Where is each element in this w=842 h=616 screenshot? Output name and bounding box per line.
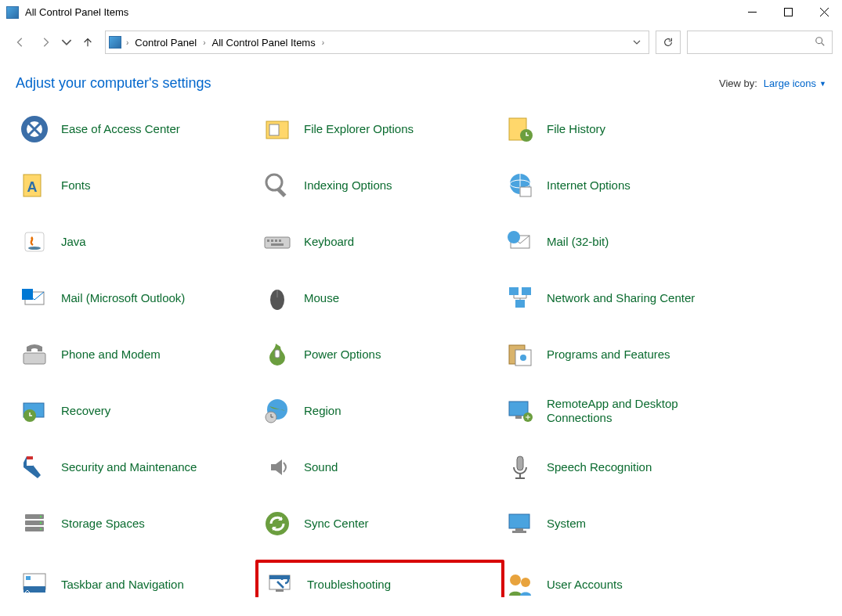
svg-point-1 xyxy=(816,37,822,43)
view-by-dropdown[interactable]: Large icons ▼ xyxy=(764,77,826,89)
back-button[interactable] xyxy=(9,31,31,53)
control-panel-item[interactable]: Ease of Access Center xyxy=(16,112,258,146)
refresh-button[interactable] xyxy=(656,31,681,54)
up-button[interactable] xyxy=(77,31,99,53)
keyboard-icon xyxy=(262,226,293,258)
control-panel-item[interactable]: Java xyxy=(16,225,258,259)
ease-access-icon xyxy=(19,113,50,145)
location-icon xyxy=(109,36,121,49)
items-scroll-area[interactable]: Ease of Access CenterFile Explorer Optio… xyxy=(16,112,826,597)
forward-button[interactable] xyxy=(34,31,56,53)
item-label: Storage Spaces xyxy=(61,517,145,531)
item-label: Phone and Modem xyxy=(61,348,161,362)
toolbar: › Control Panel › All Control Panel Item… xyxy=(0,25,842,59)
control-panel-item[interactable]: Mouse xyxy=(258,281,501,315)
item-label: Security and Maintenance xyxy=(61,460,197,474)
address-bar[interactable]: › Control Panel › All Control Panel Item… xyxy=(105,31,649,54)
control-panel-item[interactable]: Power Options xyxy=(258,337,501,372)
svg-point-35 xyxy=(520,355,526,361)
svg-point-52 xyxy=(266,512,289,535)
address-dropdown[interactable] xyxy=(628,37,645,49)
control-panel-item[interactable]: Phone and Modem xyxy=(16,337,258,372)
item-label: Indexing Options xyxy=(304,178,392,193)
control-panel-item[interactable]: Programs and Features xyxy=(501,337,744,372)
fonts-icon: A xyxy=(19,170,50,201)
indexing-icon xyxy=(262,170,293,201)
phone-modem-icon xyxy=(19,339,50,370)
window-title: All Control Panel Items xyxy=(25,6,128,18)
control-panel-item[interactable]: AFonts xyxy=(16,168,258,203)
view-by-label: View by: Large icons ▼ xyxy=(719,77,826,89)
svg-rect-20 xyxy=(275,240,277,242)
control-panel-item[interactable]: RemoteApp and Desktop Connections xyxy=(501,394,744,428)
item-label: Network and Sharing Center xyxy=(547,291,695,305)
system-icon xyxy=(504,508,536,539)
item-label: Power Options xyxy=(304,348,381,362)
svg-rect-0 xyxy=(784,9,792,16)
history-dropdown[interactable] xyxy=(60,31,74,53)
svg-rect-61 xyxy=(276,589,284,592)
network-icon xyxy=(504,283,536,314)
control-panel-item[interactable]: Sync Center xyxy=(258,506,501,541)
svg-rect-11 xyxy=(276,188,286,197)
breadcrumb-item[interactable]: All Control Panel Items xyxy=(207,31,320,53)
svg-rect-17 xyxy=(265,237,290,248)
svg-rect-41 xyxy=(515,416,522,419)
chevron-right-icon[interactable]: › xyxy=(201,38,207,47)
svg-rect-29 xyxy=(522,287,531,295)
control-panel-item[interactable]: Mail (32-bit) xyxy=(501,225,744,259)
control-panel-item[interactable]: Taskbar and Navigation xyxy=(16,563,258,597)
close-button[interactable] xyxy=(806,0,842,25)
minimize-button[interactable] xyxy=(734,0,770,25)
svg-point-49 xyxy=(40,516,42,518)
maximize-button[interactable] xyxy=(770,0,806,25)
control-panel-item[interactable]: File Explorer Options xyxy=(258,112,501,146)
svg-rect-14 xyxy=(520,187,531,196)
control-panel-item[interactable]: Keyboard xyxy=(258,225,501,259)
storage-icon xyxy=(19,508,50,539)
folder-options-icon xyxy=(262,113,293,145)
control-panel-item[interactable]: Security and Maintenance xyxy=(16,450,258,485)
control-panel-item[interactable]: Region xyxy=(258,394,501,428)
svg-rect-45 xyxy=(517,456,523,470)
svg-point-16 xyxy=(28,247,41,250)
control-panel-item[interactable]: Recovery xyxy=(16,394,258,428)
svg-point-50 xyxy=(40,522,42,524)
item-label: Fonts xyxy=(61,178,91,193)
power-options-icon xyxy=(262,339,293,370)
control-panel-item[interactable]: Speech Recognition xyxy=(501,450,744,485)
item-label: Taskbar and Navigation xyxy=(61,578,184,592)
region-icon xyxy=(262,395,293,427)
item-label: Mail (32-bit) xyxy=(547,235,609,249)
user-accounts-icon xyxy=(504,569,536,597)
control-panel-item[interactable]: Internet Options xyxy=(501,168,744,203)
svg-point-24 xyxy=(508,231,520,243)
breadcrumb-item[interactable]: Control Panel xyxy=(130,31,201,53)
search-icon xyxy=(815,36,826,49)
item-label: Sync Center xyxy=(304,517,369,531)
control-panel-item[interactable]: Network and Sharing Center xyxy=(501,281,744,315)
control-panel-item[interactable]: Indexing Options xyxy=(258,168,501,203)
control-panel-item[interactable]: File History xyxy=(501,112,744,146)
svg-rect-28 xyxy=(509,287,519,295)
chevron-right-icon[interactable]: › xyxy=(320,38,326,47)
mail32-icon xyxy=(504,226,536,258)
svg-point-51 xyxy=(40,528,42,531)
search-input[interactable] xyxy=(687,31,833,54)
speech-icon xyxy=(504,452,536,483)
item-label: Keyboard xyxy=(304,235,354,249)
control-panel-item[interactable]: Sound xyxy=(258,450,501,485)
svg-rect-31 xyxy=(23,353,45,364)
control-panel-item[interactable]: Troubleshooting xyxy=(255,560,504,597)
chevron-right-icon[interactable]: › xyxy=(125,38,130,47)
svg-rect-19 xyxy=(271,240,273,242)
security-icon xyxy=(19,452,50,483)
control-panel-item[interactable]: Storage Spaces xyxy=(16,506,258,541)
control-panel-item[interactable]: Mail (Microsoft Outlook) xyxy=(16,281,258,315)
control-panel-item[interactable]: User Accounts xyxy=(501,563,744,597)
remoteapp-icon xyxy=(504,395,536,427)
item-label: Speech Recognition xyxy=(547,460,652,474)
control-panel-item[interactable]: System xyxy=(501,506,744,541)
svg-rect-58 xyxy=(26,576,31,580)
item-label: Mail (Microsoft Outlook) xyxy=(61,291,185,305)
